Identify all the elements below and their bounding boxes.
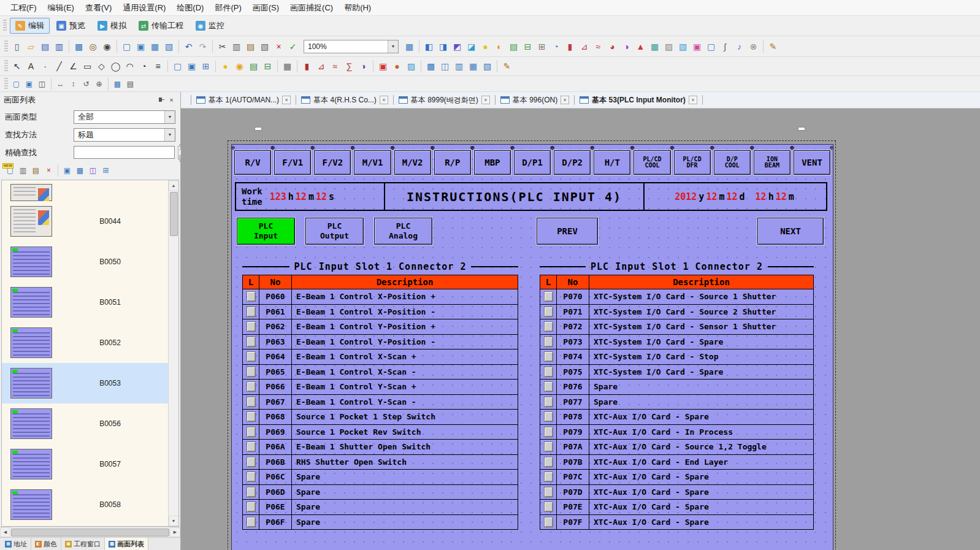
chevron-down-icon[interactable]: ▼ xyxy=(388,40,398,53)
anchor-handle-icon[interactable]: ⊕ xyxy=(271,145,275,151)
hmi-top-button[interactable]: R/P⊕⊕ xyxy=(434,150,471,175)
dot-icon[interactable]: · xyxy=(38,59,52,74)
screen-title-icon[interactable]: ▣ xyxy=(23,77,36,90)
security-icon[interactable]: ⊗ xyxy=(746,39,760,53)
hmi-top-button[interactable]: M/V2⊕⊕ xyxy=(394,150,431,175)
lamp-button[interactable] xyxy=(247,517,256,527)
polyline-icon[interactable]: ∠ xyxy=(66,59,80,74)
alarm-icon[interactable]: ▲ xyxy=(634,39,648,53)
scroll-right-icon[interactable]: ▶ xyxy=(170,527,180,537)
capture-icon[interactable]: ◉ xyxy=(100,39,114,53)
lamp-button[interactable] xyxy=(544,291,553,302)
screen-list-item[interactable]: B0050 xyxy=(2,242,168,282)
lamp-button[interactable] xyxy=(247,487,256,497)
parts-tree-icon[interactable]: ▩ xyxy=(111,77,124,90)
close-tab-icon[interactable]: × xyxy=(380,96,388,104)
gauge-icon[interactable]: ◑ xyxy=(356,59,370,74)
hmi-top-button[interactable]: D/P1⊕⊕ xyxy=(514,150,551,175)
message-icon[interactable]: ▤ xyxy=(247,59,261,74)
anchor-handle-icon[interactable]: ⊕ xyxy=(391,145,395,151)
menu-parts[interactable]: 部件(P) xyxy=(209,1,247,15)
search-input[interactable] xyxy=(74,146,175,159)
space-horizontal-icon[interactable]: ↔ xyxy=(54,77,67,90)
hmi-top-button[interactable]: F/V2⊕⊕ xyxy=(314,150,351,175)
bottom-tab-project-window[interactable]: ▣工程窗口 xyxy=(61,538,105,550)
lamp-button[interactable] xyxy=(247,457,256,467)
lamp-button[interactable] xyxy=(247,337,256,347)
space-vertical-icon[interactable]: ↕ xyxy=(67,77,80,90)
lamp-button[interactable] xyxy=(247,502,256,512)
date-display-icon[interactable]: ◔ xyxy=(549,39,563,53)
anchor-handle-icon[interactable]: ⊕ xyxy=(591,145,594,151)
duplicate-icon[interactable]: ▧ xyxy=(258,39,272,53)
pie-graph-icon[interactable]: ◕ xyxy=(605,39,619,53)
anchor-handle-icon[interactable]: ⊕ xyxy=(511,145,515,151)
part-keypad-icon[interactable]: ◫ xyxy=(438,59,452,74)
recipe-icon[interactable]: ▦ xyxy=(648,39,662,53)
bar-chart-icon[interactable]: ▮ xyxy=(300,59,314,74)
pilot-lamp-icon[interactable]: ● xyxy=(390,59,404,74)
keypad-setting-icon[interactable]: ◫ xyxy=(36,77,48,90)
lamp-button[interactable] xyxy=(544,367,553,377)
line-chart-icon[interactable]: ⊿ xyxy=(314,59,328,74)
delete-screen-icon[interactable]: × xyxy=(42,164,55,177)
word-switch-icon[interactable]: ◨ xyxy=(436,39,450,53)
pie-icon[interactable]: ◔ xyxy=(137,59,151,74)
bit-switch-icon[interactable]: ◧ xyxy=(422,39,436,53)
base-window-icon[interactable]: ▢ xyxy=(170,59,185,74)
screen-type-select[interactable]: 全部 ▼ xyxy=(74,110,175,124)
anchor-icon[interactable]: ⊕ xyxy=(93,77,105,90)
screen-list-item[interactable]: B0057 xyxy=(2,444,168,484)
anchor-handle-icon[interactable]: ⊕ xyxy=(671,145,675,151)
lamp-button[interactable] xyxy=(247,427,256,437)
close-project-icon[interactable]: ▥ xyxy=(52,39,66,53)
lamp-button[interactable] xyxy=(544,427,553,437)
undo-icon[interactable]: ↶ xyxy=(182,39,196,53)
close-panel-button[interactable]: × xyxy=(166,95,177,105)
lamp-button[interactable] xyxy=(247,307,256,317)
redo-icon[interactable]: ↷ xyxy=(196,39,210,53)
message-display-icon[interactable]: ▤ xyxy=(507,39,521,53)
lamp-button[interactable] xyxy=(544,321,553,332)
plc-input-button[interactable]: PLC Input xyxy=(237,218,295,245)
numeric-display-icon[interactable]: ⊟ xyxy=(261,59,275,74)
save-screen-icon[interactable]: ▧ xyxy=(162,39,176,53)
hmi-screen[interactable]: R/V⊕⊕F/V1⊕⊕F/V2⊕⊕M/V1⊕⊕M/V2⊕⊕R/P⊕⊕MBP⊕⊕D… xyxy=(231,144,833,550)
line-graph-icon[interactable]: ⊿ xyxy=(577,39,591,53)
bar-graph-icon[interactable]: ▮ xyxy=(563,39,577,53)
anchor-handle-icon[interactable]: ⊕ xyxy=(751,145,754,151)
reference-icon[interactable]: ◫ xyxy=(86,164,99,177)
bit-lamp-icon[interactable]: ● xyxy=(478,39,492,53)
lamp-button[interactable] xyxy=(544,472,553,482)
scrollbar-thumb[interactable] xyxy=(11,529,169,537)
paste-screen-icon[interactable]: ▤ xyxy=(29,164,42,177)
trend-graph-icon[interactable]: ≈ xyxy=(591,39,605,53)
lamp-button[interactable] xyxy=(544,411,553,422)
mode-monitor-button[interactable]: ◉监控 xyxy=(190,18,230,34)
movie-player-icon[interactable]: ▣ xyxy=(690,39,704,53)
lamp-button[interactable] xyxy=(544,487,553,497)
delete-icon[interactable]: × xyxy=(272,39,286,53)
close-tab-icon[interactable]: × xyxy=(282,96,291,104)
vertical-scrollbar[interactable]: ▲ ▼ xyxy=(168,180,178,526)
lamp-button[interactable] xyxy=(544,457,553,467)
ellipse-icon[interactable]: ◯ xyxy=(109,59,123,74)
error-check-icon[interactable]: ✓ xyxy=(286,39,300,53)
hmi-top-button[interactable]: H/T⊕⊕ xyxy=(594,150,630,175)
trend-chart-icon[interactable]: ≈ xyxy=(328,59,342,74)
find-icon[interactable]: ◎ xyxy=(86,39,100,53)
lamp-button[interactable] xyxy=(247,411,256,422)
anchor-handle-icon[interactable]: ⊕ xyxy=(431,145,435,151)
close-screen-icon[interactable]: ▦ xyxy=(148,39,162,53)
lamp-button[interactable] xyxy=(247,472,256,482)
pin-panel-button[interactable] xyxy=(156,95,166,105)
new-screen-icon[interactable]: ▢NEW xyxy=(4,164,17,177)
part-list-icon[interactable]: ▦ xyxy=(466,59,480,74)
selection-handle[interactable] xyxy=(255,127,262,131)
polygon-icon[interactable]: ◇ xyxy=(94,59,109,74)
screen-list-item[interactable]: B0051 xyxy=(2,282,168,323)
screen-list-item[interactable]: B0052 xyxy=(2,323,168,363)
lamp-icon[interactable]: ● xyxy=(218,59,232,74)
rectangle-icon[interactable]: ▭ xyxy=(80,59,94,74)
hmi-top-button[interactable]: ION BEAM⊕⊕ xyxy=(754,150,791,175)
